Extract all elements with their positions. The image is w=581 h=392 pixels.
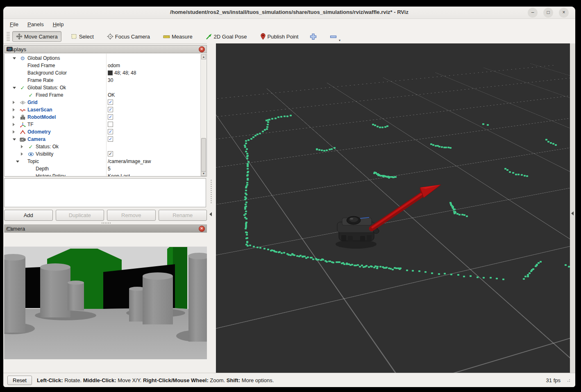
remove-button[interactable]: Remove	[107, 210, 156, 221]
tool-select[interactable]: Select	[67, 31, 98, 42]
tree-row-fixed-frame[interactable]: Fixed Frameodom	[5, 62, 207, 69]
tool-remove-tool[interactable]: ▼	[328, 31, 339, 42]
row-label: Grid	[27, 100, 38, 105]
checkbox-checked[interactable]: ✓	[108, 136, 113, 142]
row-label: LaserScan	[27, 107, 52, 113]
rviz-window: /home/student/ros2_ws/install/tuos_simul…	[3, 7, 575, 387]
expander-right-icon[interactable]	[13, 101, 15, 104]
expander-right-icon[interactable]	[21, 145, 23, 148]
minimize-button[interactable]: –	[528, 8, 538, 18]
row-value[interactable]: /camera/image_raw	[108, 159, 151, 164]
expander-right-icon[interactable]	[13, 108, 15, 111]
tree-row-laserscan[interactable]: LaserScan✓	[5, 106, 207, 113]
camera-panel-header[interactable]: Camera ✕	[4, 224, 207, 233]
row-value[interactable]: Keep Last	[108, 173, 130, 177]
tool-add-tool[interactable]	[308, 31, 319, 42]
camera-close-icon[interactable]: ✕	[199, 226, 205, 232]
row-label: Fixed Frame	[27, 63, 55, 68]
maximize-button[interactable]: □	[543, 8, 553, 18]
scrollbar-thumb[interactable]	[201, 138, 206, 172]
fps-counter: 31 fps	[546, 377, 561, 383]
titlebar[interactable]: /home/student/ros2_ws/install/tuos_simul…	[3, 7, 575, 19]
expander-right-icon[interactable]	[13, 123, 15, 126]
row-label: Global Options	[27, 55, 60, 61]
menu-help[interactable]: Help	[53, 21, 64, 27]
add-button[interactable]: Add	[4, 210, 53, 221]
expander-right-icon[interactable]	[13, 116, 15, 119]
tree-row-global-status[interactable]: ✓Global Status: Ok	[5, 84, 207, 91]
checkbox-checked[interactable]: ✓	[108, 114, 113, 120]
tree-row-background-color[interactable]: Background Color48; 48; 48	[5, 69, 207, 77]
displays-tree[interactable]: History PolicyKeep LastDepth5Topic/camer…	[4, 54, 207, 177]
expander-down-icon[interactable]	[13, 138, 16, 140]
window-title: /home/student/ros2_ws/install/tuos_simul…	[3, 9, 575, 15]
close-button[interactable]: ×	[559, 8, 569, 18]
tree-row-odometry[interactable]: Odometry✓	[5, 128, 207, 136]
tree-row-global-options[interactable]: ⚙Global Options	[5, 54, 207, 62]
tree-row-robotmodel[interactable]: RobotModel✓	[5, 113, 207, 121]
duplicate-button[interactable]: Duplicate	[56, 210, 104, 221]
row-label: Global Status: Ok	[27, 85, 66, 91]
tool-publish-point[interactable]: Publish Point	[256, 31, 302, 42]
row-value[interactable]: odom	[108, 63, 120, 68]
add-tool-icon	[310, 33, 317, 40]
tool-focus-camera[interactable]: Focus Camera	[103, 31, 154, 42]
horizontal-splitter-handle[interactable]	[102, 222, 111, 224]
robot-icon	[19, 114, 26, 120]
expander-right-icon[interactable]	[21, 152, 23, 156]
menu-panels[interactable]: Panels	[27, 21, 44, 27]
menu-file[interactable]: File	[10, 21, 18, 27]
row-label: Background Color	[27, 70, 67, 76]
tool-goal-pose[interactable]: 2D Goal Pose	[202, 31, 251, 42]
row-value[interactable]: OK	[108, 92, 115, 98]
tool-measure[interactable]: Measure	[159, 31, 196, 42]
toolbar-drag-handle[interactable]	[7, 32, 10, 41]
3d-viewport[interactable]	[216, 43, 570, 373]
left-splitter[interactable]	[207, 43, 216, 373]
displays-panel-header[interactable]: Displays ✕	[4, 45, 207, 53]
checkbox-checked[interactable]: ✓	[108, 151, 113, 156]
tree-scrollbar[interactable]: ▲ ▼	[200, 54, 206, 176]
tree-row-depth[interactable]: Depth5	[5, 165, 207, 172]
checkbox-checked[interactable]: ✓	[108, 100, 113, 105]
expander-down-icon[interactable]	[16, 161, 19, 163]
tree-row-visibility[interactable]: Visibility✓	[5, 150, 207, 158]
publish-point-icon	[260, 33, 266, 40]
displays-close-icon[interactable]: ✕	[199, 46, 205, 52]
tree-row-frame-rate[interactable]: Frame Rate30	[5, 77, 207, 84]
tree-row-tf[interactable]: TF	[5, 121, 207, 128]
row-label: Visibility	[36, 151, 53, 157]
tree-row-grid[interactable]: Grid✓	[5, 99, 207, 106]
tree-row-fixed-frame-ok[interactable]: ✓Fixed FrameOK	[5, 91, 207, 99]
move-camera-icon	[16, 33, 23, 40]
dropdown-icon[interactable]: ▼	[338, 39, 341, 42]
menubar: FilePanelsHelp	[3, 19, 575, 29]
scroll-up-icon[interactable]: ▲	[201, 54, 206, 59]
collapse-right-icon[interactable]	[571, 211, 574, 215]
expander-down-icon[interactable]	[13, 87, 16, 89]
tool-move-camera[interactable]: Move Camera	[12, 31, 61, 42]
checkbox-checked[interactable]: ✓	[108, 107, 113, 112]
tree-row-camera[interactable]: Camera✓	[5, 136, 207, 143]
row-value[interactable]: 5	[108, 166, 111, 172]
expander-right-icon[interactable]	[13, 130, 15, 134]
tree-row-camera-status[interactable]: ✓Status: Ok	[5, 143, 207, 150]
grid-icon	[19, 99, 26, 106]
row-value[interactable]: 30	[108, 77, 113, 83]
row-label: Camera	[27, 136, 45, 142]
tree-row-topic[interactable]: Topic/camera/image_raw	[5, 158, 207, 165]
tree-row-history-policy[interactable]: History PolicyKeep Last	[5, 172, 207, 177]
reset-button[interactable]: Reset	[7, 376, 32, 385]
checkbox-checked[interactable]: ✓	[108, 129, 113, 134]
row-value[interactable]: 48; 48; 48	[108, 70, 136, 76]
check-icon: ✓	[27, 143, 34, 150]
camera-icon	[19, 136, 26, 143]
rename-button[interactable]: Rename	[159, 210, 207, 221]
right-splitter[interactable]	[570, 43, 575, 373]
focus-camera-icon	[107, 33, 113, 40]
resize-grip[interactable]	[567, 378, 571, 382]
expander-down-icon[interactable]	[13, 57, 16, 59]
checkbox-unchecked[interactable]	[108, 122, 113, 127]
tree-column-divider	[106, 54, 107, 176]
collapse-left-icon[interactable]	[209, 212, 212, 216]
